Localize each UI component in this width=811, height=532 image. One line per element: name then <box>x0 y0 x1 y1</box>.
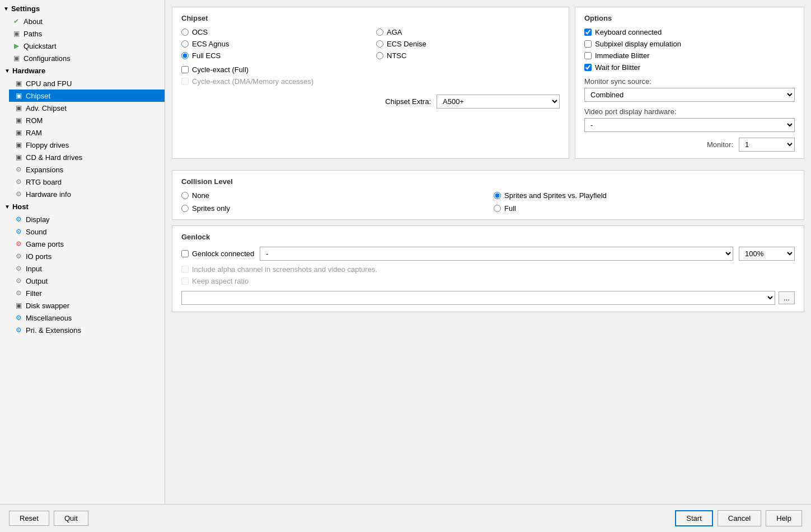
sidebar-item-cpu-fpu[interactable]: ▣ CPU and FPU <box>9 77 165 90</box>
ecs-denise-radio[interactable] <box>376 40 383 48</box>
floppy-icon: ▣ <box>13 140 24 150</box>
sidebar-item-rtg[interactable]: ⚙ RTG board <box>9 176 165 188</box>
genlock-browse-button[interactable]: ... <box>779 291 795 304</box>
collision-sprites-only-radio[interactable] <box>181 205 189 212</box>
wait-for-blitter-item[interactable]: Wait for Blitter <box>584 63 795 72</box>
genlock-alpha-item[interactable]: Include alpha channel in screenshots and… <box>181 265 795 274</box>
genlock-aspect-label: Keep aspect ratio <box>192 277 249 285</box>
collision-none-item[interactable]: None <box>181 191 482 200</box>
sidebar-sound-label: Sound <box>26 228 47 236</box>
genlock-aspect-checkbox[interactable] <box>181 277 189 285</box>
sidebar-item-configurations[interactable]: ▣ Configurations <box>0 52 165 64</box>
sidebar-settings-title[interactable]: ▼ Settings <box>0 2 165 15</box>
chipset-extra-select[interactable]: A500+ A1000 A2000 CDTV A500 A600 A1200 <box>437 95 560 109</box>
sidebar-item-about[interactable]: ✔ About <box>0 15 165 27</box>
sidebar-item-display[interactable]: ⚙ Display <box>9 213 165 225</box>
sidebar-item-quickstart[interactable]: ▶ Quickstart <box>0 40 165 52</box>
wait-for-blitter-checkbox[interactable] <box>584 64 592 71</box>
quit-button[interactable]: Quit <box>54 511 88 526</box>
cycle-exact-dma-label: Cycle-exact (DMA/Memory accesses) <box>192 77 313 86</box>
full-ecs-radio[interactable] <box>181 52 189 59</box>
sidebar-item-input[interactable]: ⚙ Input <box>9 262 165 275</box>
ecs-agnus-radio[interactable] <box>181 40 189 48</box>
sidebar-group-hardware[interactable]: ▼ Hardware <box>0 64 165 77</box>
collision-none-radio[interactable] <box>181 192 189 199</box>
immediate-blitter-checkbox[interactable] <box>584 52 592 59</box>
subpixel-display-checkbox[interactable] <box>584 40 592 48</box>
aga-radio-item[interactable]: AGA <box>376 28 560 36</box>
ocs-radio[interactable] <box>181 29 189 36</box>
sidebar-item-chipset[interactable]: ▣ Chipset <box>9 90 165 102</box>
sidebar-item-ram[interactable]: ▣ RAM <box>9 126 165 139</box>
bottom-bar: Reset Quit Start Cancel Help <box>0 504 811 532</box>
sidebar-item-cd-hard[interactable]: ▣ CD & Hard drives <box>9 151 165 163</box>
sidebar: ▼ Settings ✔ About ▣ Paths ▶ Quickstart … <box>0 0 165 504</box>
monitor-sync-select[interactable]: Combined External Internal <box>584 88 795 102</box>
rtg-icon: ⚙ <box>13 177 24 187</box>
genlock-percent-select[interactable]: 100% 75% 50% 25% <box>739 247 795 261</box>
collision-full-radio[interactable] <box>494 205 501 212</box>
sidebar-group-host[interactable]: ▼ Host <box>0 200 165 213</box>
sidebar-chipset-label: Chipset <box>26 92 50 100</box>
sidebar-cpu-label: CPU and FPU <box>26 79 72 88</box>
ocs-label: OCS <box>192 28 208 36</box>
sidebar-item-adv-chipset[interactable]: ▣ Adv. Chipset <box>9 102 165 114</box>
sidebar-item-io-ports[interactable]: ⚙ IO ports <box>9 250 165 262</box>
content-area: Chipset OCS AGA ECS Agnus <box>165 0 811 504</box>
collision-sprites-playfield-radio[interactable] <box>494 192 501 199</box>
keyboard-connected-item[interactable]: Keyboard connected <box>584 28 795 36</box>
genlock-alpha-checkbox[interactable] <box>181 266 189 273</box>
video-port-select[interactable]: - <box>584 118 795 132</box>
collision-none-label: None <box>192 191 209 200</box>
paths-icon: ▣ <box>11 29 21 39</box>
sidebar-item-miscellaneous[interactable]: ⚙ Miscellaneous <box>9 312 165 324</box>
immediate-blitter-item[interactable]: Immediate Blitter <box>584 51 795 60</box>
ntsc-radio[interactable] <box>376 52 383 59</box>
help-button[interactable]: Help <box>766 510 802 526</box>
video-port-label: Video port display hardware: <box>584 107 795 116</box>
cycle-exact-dma-item[interactable]: Cycle-exact (DMA/Memory accesses) <box>181 77 560 86</box>
aga-radio[interactable] <box>376 29 383 36</box>
collision-sprites-playfield-item[interactable]: Sprites and Sprites vs. Playfield <box>494 191 795 200</box>
collision-full-item[interactable]: Full <box>494 204 795 213</box>
sidebar-item-game-ports[interactable]: ⚙ Game ports <box>9 238 165 250</box>
sidebar-item-sound[interactable]: ⚙ Sound <box>9 225 165 238</box>
sidebar-rom-label: ROM <box>26 116 43 125</box>
start-button[interactable]: Start <box>675 510 712 526</box>
cycle-exact-item[interactable]: Cycle-exact (Full) <box>181 65 560 74</box>
genlock-bottom-select[interactable] <box>181 291 775 305</box>
sidebar-item-floppy[interactable]: ▣ Floppy drives <box>9 139 165 151</box>
sidebar-cd-label: CD & Hard drives <box>26 153 82 162</box>
genlock-connected-item[interactable]: Genlock connected <box>181 249 254 258</box>
reset-button[interactable]: Reset <box>9 511 49 526</box>
cycle-exact-checkbox[interactable] <box>181 66 189 73</box>
cycle-exact-area: Cycle-exact (Full) Cycle-exact (DMA/Memo… <box>181 65 560 86</box>
sidebar-item-disk-swapper[interactable]: ▣ Disk swapper <box>9 299 165 312</box>
collision-sprites-only-item[interactable]: Sprites only <box>181 204 482 213</box>
genlock-source-select[interactable]: - <box>260 247 733 261</box>
io-ports-icon: ⚙ <box>13 251 24 261</box>
genlock-aspect-item[interactable]: Keep aspect ratio <box>181 277 795 285</box>
full-ecs-radio-item[interactable]: Full ECS <box>181 51 365 60</box>
ocs-radio-item[interactable]: OCS <box>181 28 365 36</box>
ecs-agnus-radio-item[interactable]: ECS Agnus <box>181 40 365 48</box>
subpixel-display-item[interactable]: Subpixel display emulation <box>584 40 795 48</box>
cancel-button[interactable]: Cancel <box>718 510 761 526</box>
ntsc-radio-item[interactable]: NTSC <box>376 51 560 60</box>
monitor-select[interactable]: 1 2 <box>739 138 795 152</box>
genlock-top: Genlock connected - 100% 75% 50% 25% <box>181 247 795 261</box>
sidebar-item-pri-extensions[interactable]: ⚙ Pri. & Extensions <box>9 324 165 336</box>
sidebar-item-expansions[interactable]: ⚙ Expansions <box>9 163 165 176</box>
filter-icon: ⚙ <box>13 288 24 298</box>
cycle-exact-dma-checkbox[interactable] <box>181 78 189 85</box>
sidebar-item-rom[interactable]: ▣ ROM <box>9 114 165 126</box>
sidebar-item-paths[interactable]: ▣ Paths <box>0 27 165 40</box>
sidebar-item-output[interactable]: ⚙ Output <box>9 275 165 287</box>
keyboard-connected-checkbox[interactable] <box>584 29 592 36</box>
ecs-denise-radio-item[interactable]: ECS Denise <box>376 40 560 48</box>
cycle-exact-label: Cycle-exact (Full) <box>192 65 249 74</box>
sidebar-item-hardware-info[interactable]: ⚙ Hardware info <box>9 188 165 200</box>
chipset-icon: ▣ <box>13 91 24 101</box>
genlock-connected-checkbox[interactable] <box>181 250 189 257</box>
sidebar-item-filter[interactable]: ⚙ Filter <box>9 287 165 299</box>
